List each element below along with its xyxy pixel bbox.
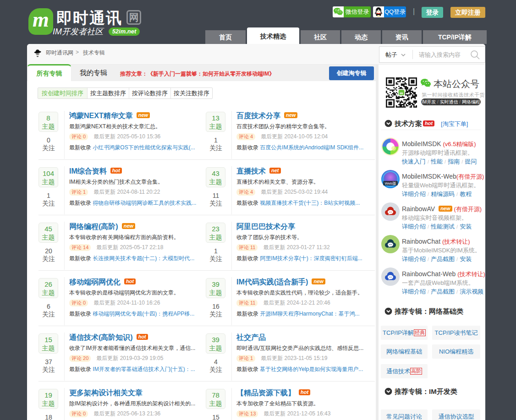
svg-text:m: m — [400, 91, 403, 95]
svg-text:Web版: Web版 — [385, 181, 396, 185]
